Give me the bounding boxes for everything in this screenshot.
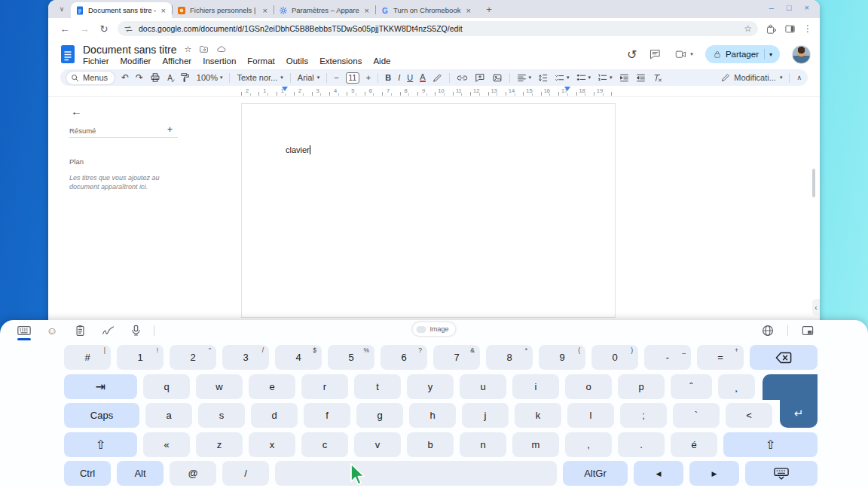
side-panel-collapse-icon[interactable]: ‹ [812, 299, 820, 316]
menu-extensions[interactable]: Extensions [319, 56, 362, 66]
tab-close-icon[interactable]: × [363, 6, 371, 15]
menus-search-button[interactable]: Menus [66, 72, 115, 84]
menu-format[interactable]: Format [247, 56, 274, 66]
key-o[interactable]: o [565, 374, 612, 399]
add-summary-button[interactable]: + [167, 124, 173, 135]
bookmark-star-icon[interactable]: ☆ [744, 23, 752, 34]
key-#[interactable]: #| [64, 345, 111, 370]
tab-fichiers-personnels[interactable]: Fichiers personnels | Campus × [173, 2, 274, 18]
key-h[interactable]: h [409, 403, 456, 428]
minimize-button[interactable]: – [769, 3, 774, 12]
checklist-select[interactable]: ▾ [555, 73, 570, 83]
menu-insertion[interactable]: Insertion [203, 56, 236, 66]
print-icon[interactable] [150, 72, 160, 83]
key-`[interactable]: ` [673, 403, 720, 428]
hide-menus-icon[interactable]: ∧ [796, 74, 802, 81]
key-tab[interactable]: ⇥ [64, 374, 137, 399]
clear-formatting-icon[interactable] [653, 73, 663, 83]
key-j[interactable]: j [462, 403, 509, 428]
new-tab-button[interactable]: + [483, 3, 495, 15]
key-arrow-right[interactable]: ▶ [689, 461, 739, 486]
side-panel-icon[interactable] [784, 23, 796, 35]
insert-image-icon[interactable] [492, 73, 503, 83]
key-«[interactable]: « [143, 432, 190, 457]
url-text[interactable]: docs.google.com/document/d/1GSn2eiDbhC5B… [139, 24, 738, 33]
key-u[interactable]: u [460, 374, 506, 399]
tab-google-docs[interactable]: Document sans titre - Google D × [71, 2, 172, 18]
key-ctrl[interactable]: Ctrl [64, 461, 111, 486]
key-backspace[interactable] [750, 345, 818, 370]
key-l[interactable]: l [567, 403, 614, 428]
key-@[interactable]: @ [170, 461, 216, 486]
key-.[interactable]: . [618, 432, 665, 457]
highlight-pen-icon[interactable] [432, 73, 442, 83]
editing-mode-select[interactable]: Modificati... ▾ [721, 73, 782, 82]
redo-icon[interactable]: ↷ [136, 72, 143, 83]
key-f[interactable]: f [304, 403, 350, 428]
key-r[interactable]: r [301, 374, 348, 399]
key-,[interactable]: , [565, 432, 612, 457]
key-1[interactable]: 1! [117, 345, 164, 370]
increase-font-size-button[interactable]: + [366, 73, 371, 82]
site-settings-icon[interactable] [124, 24, 133, 34]
keyboard-layout-icon[interactable] [17, 323, 32, 338]
key-é[interactable]: é [671, 432, 717, 457]
key-7[interactable]: 7& [433, 345, 480, 370]
key-b[interactable]: b [407, 432, 454, 457]
key-d[interactable]: d [251, 403, 298, 428]
menu-fichier[interactable]: Fichier [83, 56, 109, 66]
reload-icon[interactable]: ↻ [98, 23, 110, 35]
undo-icon[interactable]: ↶ [121, 72, 129, 83]
key-<[interactable]: < [726, 403, 772, 428]
increase-indent-icon[interactable] [636, 73, 646, 83]
tab-chromebook-accessibility[interactable]: G Turn on Chromebook accessib × [376, 2, 477, 18]
close-button[interactable]: × [805, 3, 809, 12]
key-shift-left[interactable]: ⇧ [64, 432, 137, 457]
key-enter[interactable]: ↵ [780, 374, 818, 429]
key-2[interactable]: 2" [170, 345, 216, 370]
key-p[interactable]: p [618, 374, 665, 399]
star-document-icon[interactable]: ☆ [185, 44, 192, 54]
meet-camera-icon[interactable] [674, 49, 688, 60]
key-3[interactable]: 3/ [222, 345, 269, 370]
text-color-button[interactable]: A [420, 73, 425, 82]
key--[interactable]: -_ [644, 345, 691, 370]
document-title[interactable]: Document sans titre [83, 44, 177, 56]
key-q[interactable]: q [143, 374, 190, 399]
align-select[interactable]: ▾ [517, 73, 532, 83]
menu-modifier[interactable]: Modifier [121, 56, 151, 66]
key-a[interactable]: a [145, 403, 192, 428]
key-n[interactable]: n [460, 432, 506, 457]
bold-button[interactable]: B [385, 73, 391, 82]
key-/[interactable]: / [222, 461, 269, 486]
key-y[interactable]: y [407, 374, 454, 399]
key-hide-keyboard[interactable] [745, 461, 818, 486]
key-;[interactable]: ; [620, 403, 667, 428]
key-alt[interactable]: Alt [117, 461, 164, 486]
key-g[interactable]: g [356, 403, 403, 428]
key-=[interactable]: =+ [697, 345, 744, 370]
tab-search-chevron-icon[interactable]: ∨ [56, 3, 68, 15]
key-¸[interactable]: ¸ [718, 374, 755, 399]
key-w[interactable]: w [196, 374, 243, 399]
forward-icon[interactable]: → [78, 23, 90, 35]
underline-button[interactable]: U [407, 73, 413, 82]
key-9[interactable]: 9( [539, 345, 585, 370]
share-button[interactable]: Partager ▾ [705, 45, 780, 63]
key-x[interactable]: x [249, 432, 295, 457]
zoom-select[interactable]: 100%▾ [197, 73, 223, 82]
key-5[interactable]: 5% [328, 345, 374, 370]
menu-outils[interactable]: Outils [286, 56, 308, 66]
tab-close-icon[interactable]: × [465, 6, 472, 15]
back-icon[interactable]: ← [59, 23, 71, 35]
decrease-indent-icon[interactable] [619, 73, 629, 83]
document-page[interactable]: clavier [241, 103, 616, 318]
key-i[interactable]: i [512, 374, 559, 399]
spellcheck-icon[interactable]: A✓ [167, 74, 173, 82]
key-k[interactable]: k [515, 403, 561, 428]
language-globe-icon[interactable] [760, 323, 775, 338]
add-comment-icon[interactable] [475, 73, 485, 83]
key-space[interactable] [275, 461, 557, 486]
menu-afficher[interactable]: Afficher [162, 56, 191, 66]
key-s[interactable]: s [198, 403, 245, 428]
